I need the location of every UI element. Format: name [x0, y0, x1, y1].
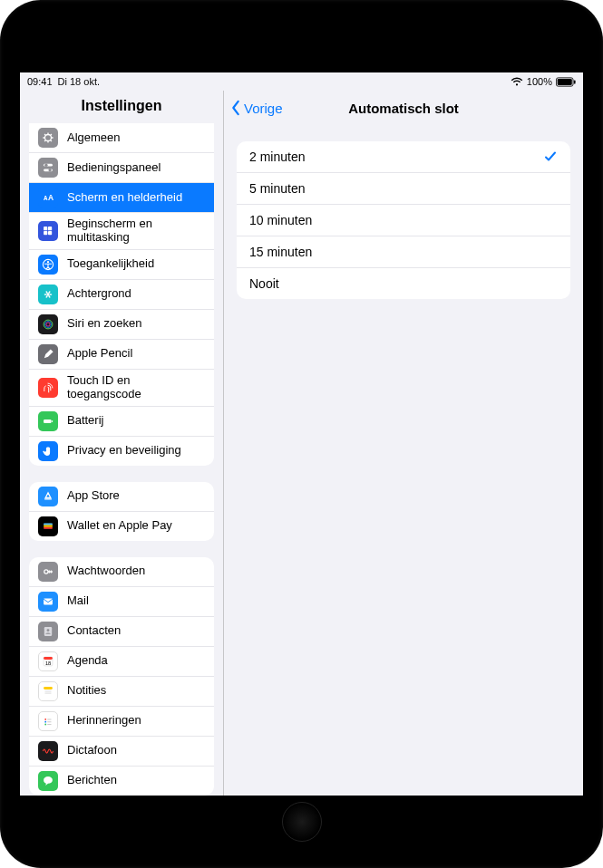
svg-rect-18 [44, 227, 47, 230]
sidebar-item-privacy-en-beveiliging[interactable]: Privacy en beveiliging [29, 436, 214, 466]
sidebar-item-label: Privacy en beveiliging [67, 444, 181, 458]
mail-icon [38, 592, 58, 612]
battery-icon [38, 411, 58, 431]
svg-point-39 [44, 570, 48, 574]
sidebar-item-dictafoon[interactable]: Dictafoon [29, 736, 214, 766]
sidebar-item-agenda[interactable]: 18Agenda [29, 646, 214, 676]
option-label: 10 minuten [249, 213, 312, 227]
autolock-option-15-minuten[interactable]: 15 minuten [237, 236, 570, 267]
back-button[interactable]: Vorige [224, 100, 283, 116]
sidebar-item-label: Beginscherm en multitasking [67, 217, 205, 245]
siri-icon [38, 314, 58, 334]
gear-icon [38, 128, 58, 148]
autolock-option-2-minuten[interactable]: 2 minuten [237, 141, 570, 172]
autolock-option-10-minuten[interactable]: 10 minuten [237, 204, 570, 236]
sidebar-item-apple-pencil[interactable]: Apple Pencil [29, 339, 214, 369]
autolock-option-5-minuten[interactable]: 5 minuten [237, 172, 570, 204]
sidebar-item-label: Agenda [67, 654, 108, 668]
svg-point-3 [45, 135, 52, 141]
sidebar-item-label: Wallet en Apple Pay [67, 519, 172, 533]
sidebar-item-algemeen[interactable]: Algemeen [29, 123, 214, 152]
sidebar-item-herinneringen[interactable]: Herinneringen [29, 706, 214, 736]
home-button[interactable] [282, 802, 322, 842]
sidebar-item-label: Wachtwoorden [67, 564, 145, 578]
notes-icon [38, 681, 58, 701]
svg-line-7 [44, 140, 45, 140]
date-text: Di 18 okt. [58, 76, 100, 87]
finger-icon [38, 378, 58, 398]
sidebar-item-notities[interactable]: Notities [29, 676, 214, 706]
svg-rect-47 [44, 687, 53, 690]
switches-icon [38, 158, 58, 178]
reminders-icon [38, 711, 58, 731]
hand-icon [38, 441, 58, 461]
svg-rect-36 [44, 523, 53, 525]
voice-icon [38, 741, 58, 761]
flower-icon [38, 285, 58, 304]
sidebar-item-app-store[interactable]: App Store [29, 482, 214, 511]
sidebar-item-label: Berichten [67, 774, 117, 787]
ipad-frame: 09:41 Di 18 okt. 100% Instellingen [0, 0, 603, 868]
back-label: Vorige [244, 101, 283, 116]
sidebar-item-contacten[interactable]: Contacten [29, 616, 214, 646]
svg-point-51 [44, 719, 46, 720]
clock-text: 09:41 [27, 76, 53, 87]
pencil-icon [38, 344, 58, 364]
sidebar-group-2: App StoreWallet en Apple Pay [29, 482, 214, 541]
sidebar-item-touch-id-en-toegangscode[interactable]: Touch ID en toegangscode [29, 369, 214, 406]
svg-point-24 [47, 293, 50, 295]
svg-point-42 [47, 629, 50, 632]
autolock-option-nooit[interactable]: Nooit [237, 267, 570, 299]
option-label: Nooit [249, 276, 279, 291]
messages-icon [38, 771, 58, 791]
sidebar-item-label: Apple Pencil [67, 347, 132, 361]
svg-rect-44 [44, 657, 53, 660]
sidebar-item-scherm-en-helderheid[interactable]: AAScherm en helderheid [29, 182, 214, 212]
sidebar-item-batterij[interactable]: Batterij [29, 406, 214, 436]
sidebar-item-siri-en-zoeken[interactable]: Siri en zoeken [29, 309, 214, 339]
autolock-options: 2 minuten5 minuten10 minuten15 minutenNo… [237, 141, 570, 299]
aa-icon: AA [38, 188, 58, 207]
sidebar-item-label: Toegankelijkheid [67, 257, 154, 271]
svg-rect-2 [574, 80, 576, 83]
svg-rect-38 [44, 526, 53, 528]
wallet-icon [38, 516, 58, 536]
sidebar-item-label: Dictafoon [67, 744, 117, 757]
svg-text:A: A [48, 193, 53, 202]
sidebar-item-label: Bedieningspaneel [67, 161, 160, 175]
option-label: 15 minuten [249, 245, 312, 259]
svg-rect-40 [44, 598, 53, 604]
sidebar-item-wachtwoorden[interactable]: Wachtwoorden [29, 557, 214, 586]
sidebar-item-berichten[interactable]: Berichten [29, 766, 214, 796]
sidebar-item-label: Siri en zoeken [67, 317, 141, 331]
svg-point-15 [48, 169, 51, 171]
sidebar-item-wallet-en-apple-pay[interactable]: Wallet en Apple Pay [29, 511, 214, 541]
sidebar-item-label: Batterij [67, 414, 103, 428]
svg-text:18: 18 [45, 660, 51, 665]
svg-line-9 [44, 134, 45, 135]
svg-point-25 [49, 294, 52, 295]
wifi-icon [511, 77, 523, 87]
contacts-icon [38, 622, 58, 641]
sidebar-item-mail[interactable]: Mail [29, 586, 214, 616]
chevron-left-icon [229, 100, 242, 116]
sidebar-item-achtergrond[interactable]: Achtergrond [29, 279, 214, 309]
sidebar-item-label: App Store [67, 489, 120, 503]
sidebar-item-toegankelijkheid[interactable]: Toegankelijkheid [29, 249, 214, 279]
option-label: 5 minuten [249, 181, 305, 196]
svg-rect-20 [44, 231, 47, 235]
svg-point-33 [46, 323, 50, 326]
grid-icon [38, 221, 58, 241]
battery-icon [556, 77, 576, 87]
sidebar-item-bedieningspaneel[interactable]: Bedieningspaneel [29, 152, 214, 182]
key-icon [38, 562, 58, 582]
svg-point-14 [44, 164, 47, 167]
battery-text: 100% [527, 76, 552, 87]
svg-line-5 [50, 140, 51, 140]
calendar-icon: 18 [38, 651, 58, 671]
sidebar-item-label: Achtergrond [67, 287, 131, 301]
checkmark-icon [543, 149, 558, 164]
sidebar-title: Instellingen [20, 91, 223, 123]
svg-line-11 [50, 134, 51, 135]
sidebar-item-beginscherm-en-multitasking[interactable]: Beginscherm en multitasking [29, 212, 214, 249]
